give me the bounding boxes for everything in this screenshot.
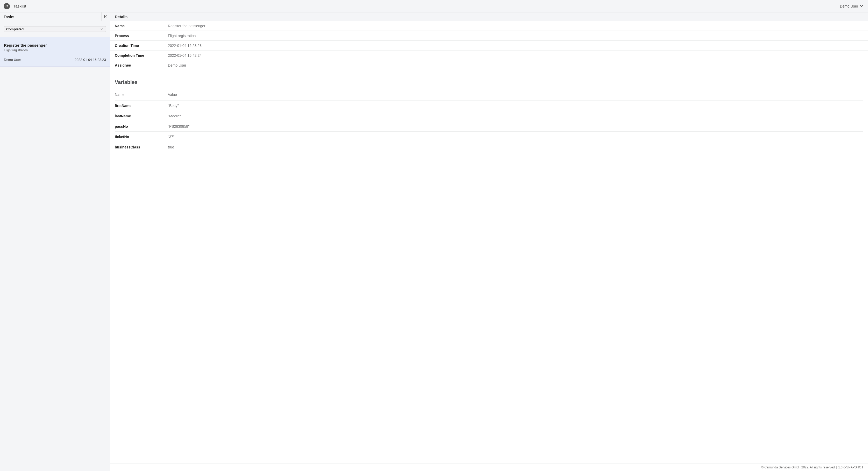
topbar-left: C Tasklist [4, 3, 26, 9]
variables-col-value: Value [168, 93, 177, 97]
detail-label: Creation Time [115, 43, 168, 48]
filter-area: Completed [0, 21, 110, 37]
detail-value: Demo User [168, 63, 186, 67]
variables-heading: Variables [115, 79, 863, 85]
sidebar-title: Tasks [4, 14, 14, 19]
variable-name: ticketNo [115, 135, 168, 139]
variable-value: true [168, 145, 174, 149]
detail-row-completion-time: Completion Time 2022-01-04 16:42:24 [110, 51, 868, 60]
variable-value: "Betty" [168, 104, 179, 108]
detail-row-assignee: Assignee Demo User [110, 60, 868, 70]
variable-row: ticketNo "37" [115, 132, 863, 142]
task-card-process: Flight registration [4, 49, 106, 52]
variable-row: passNo "PS2839858" [115, 121, 863, 132]
collapse-left-icon [104, 14, 107, 19]
detail-value: 2022-01-04 16:42:24 [168, 53, 202, 58]
detail-label: Completion Time [115, 53, 168, 58]
variable-value: "PS2839858" [168, 124, 189, 128]
chevron-down-icon [860, 4, 863, 8]
main: Tasks Completed Register the passenger F… [0, 12, 868, 471]
topbar: C Tasklist Demo User [0, 0, 868, 12]
detail-value: Flight registration [168, 34, 196, 38]
task-card-assignee: Demo User [4, 58, 21, 62]
task-card-timestamp: 2022-01-04 16:23:23 [74, 58, 106, 62]
app-logo-icon[interactable]: C [4, 3, 10, 9]
details-panel: Details Name Register the passenger Proc… [110, 12, 868, 471]
task-card[interactable]: Register the passenger Flight registrati… [0, 37, 110, 67]
detail-row-creation-time: Creation Time 2022-01-04 16:23:23 [110, 41, 868, 51]
user-name: Demo User [840, 4, 858, 8]
variables-col-name: Name [115, 93, 168, 97]
detail-row-process: Process Flight registration [110, 31, 868, 41]
detail-label: Assignee [115, 63, 168, 67]
detail-value: Register the passenger [168, 24, 206, 28]
collapse-sidebar-button[interactable] [101, 12, 110, 21]
variable-name: lastName [115, 114, 168, 118]
variable-name: passNo [115, 124, 168, 128]
detail-label: Process [115, 34, 168, 38]
app-title: Tasklist [13, 4, 26, 8]
tasks-sidebar: Tasks Completed Register the passenger F… [0, 12, 110, 471]
task-card-title: Register the passenger [4, 43, 106, 48]
variable-row: firstName "Betty" [115, 100, 863, 111]
footer: © Camunda Services GmbH 2022. All rights… [110, 463, 868, 471]
footer-version: 1.3.0-SNAPSHOT [836, 466, 863, 469]
task-filter-select[interactable]: Completed [4, 26, 106, 32]
variable-name: businessClass [115, 145, 168, 149]
sidebar-header: Tasks [0, 12, 110, 21]
footer-copyright: © Camunda Services GmbH 2022. All rights… [761, 466, 836, 469]
detail-label: Name [115, 24, 168, 28]
variable-name: firstName [115, 104, 168, 108]
variable-value: "Moore" [168, 114, 181, 118]
variable-row: businessClass true [115, 142, 863, 152]
task-card-meta: Demo User 2022-01-04 16:23:23 [4, 58, 106, 62]
detail-value: 2022-01-04 16:23:23 [168, 43, 202, 48]
variables-section: Variables Name Value firstName "Betty" l… [110, 70, 868, 152]
detail-row-name: Name Register the passenger [110, 21, 868, 31]
variable-value: "37" [168, 135, 175, 139]
details-title: Details [115, 14, 127, 19]
variable-row: lastName "Moore" [115, 111, 863, 121]
details-header: Details [110, 12, 868, 21]
details-body: Name Register the passenger Process Flig… [110, 21, 868, 463]
user-menu[interactable]: Demo User [839, 2, 864, 10]
variables-header-row: Name Value [115, 93, 863, 100]
